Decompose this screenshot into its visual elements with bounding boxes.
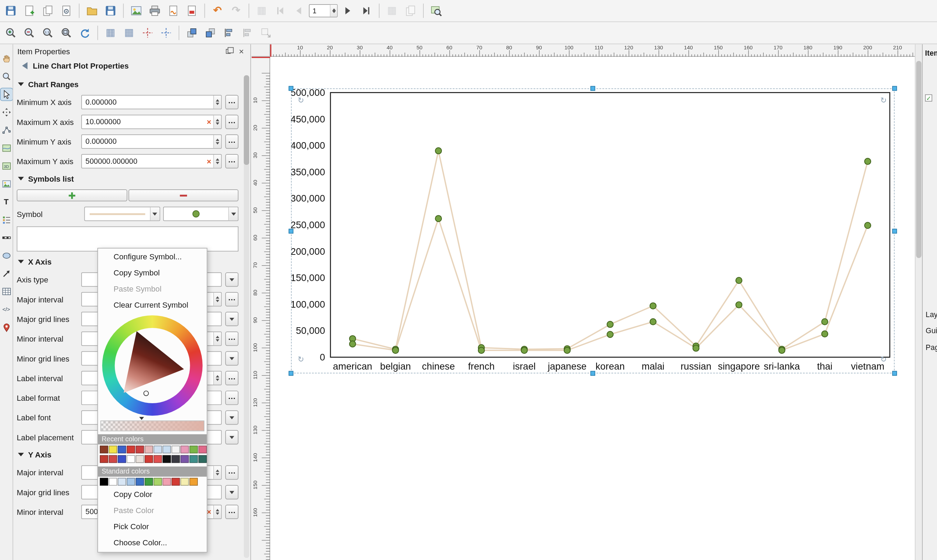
show-guides-button[interactable] [139, 25, 156, 41]
show-grid-button[interactable]: ▦ [102, 25, 119, 41]
symbol-color-dropdown[interactable] [85, 206, 160, 221]
color-swatch[interactable] [118, 446, 126, 453]
minimum-x-axis-override-button[interactable] [225, 95, 239, 109]
minor-interval-override-button[interactable] [225, 331, 239, 346]
minimum-y-axis-input[interactable]: 0.000000 [81, 134, 222, 149]
spin-steppers[interactable] [213, 466, 221, 479]
color-shade-slider[interactable] [100, 420, 205, 431]
dock-tab-layout[interactable]: Layout [926, 311, 937, 319]
selection-handle[interactable] [892, 229, 897, 234]
color-swatch[interactable] [136, 478, 144, 485]
selection-handle[interactable] [590, 371, 595, 376]
zoom-actual-button[interactable]: 1:1 [40, 25, 56, 41]
label-font-dropdown-button[interactable] [225, 410, 239, 425]
color-swatch[interactable] [109, 446, 117, 453]
color-selector-dot[interactable] [143, 391, 149, 396]
add-map-tool[interactable] [0, 142, 12, 154]
color-swatch[interactable] [145, 455, 153, 463]
color-swatch[interactable] [127, 446, 135, 453]
minimum-x-axis-input[interactable]: 0.000000 [81, 95, 222, 109]
page-number-input[interactable]: 1 [309, 4, 338, 17]
spin-steppers[interactable] [213, 372, 221, 385]
maximum-y-axis-input[interactable]: 500000.000000 [81, 154, 222, 168]
add-picture-tool[interactable] [0, 178, 12, 190]
color-swatch[interactable] [199, 446, 207, 453]
color-swatch[interactable] [109, 478, 117, 485]
axis-type-dropdown-button[interactable] [225, 272, 239, 287]
menu-item-clear-current-symbol[interactable]: Clear Current Symbol [98, 297, 207, 313]
spin-steppers[interactable] [213, 135, 221, 148]
add-arrow-tool[interactable] [0, 268, 12, 280]
symbols-list-group-header[interactable]: Symbols list [18, 174, 239, 183]
add-symbol-button[interactable] [17, 189, 127, 201]
color-swatch[interactable] [127, 478, 135, 485]
color-swatch[interactable] [118, 455, 126, 463]
float-panel-icon[interactable] [223, 46, 233, 56]
color-swatch[interactable] [118, 478, 126, 485]
duplicate-layout-button[interactable] [40, 2, 56, 19]
back-button[interactable] [18, 61, 27, 70]
minor-interval-override-button[interactable] [225, 505, 239, 519]
layout-manager-button[interactable] [58, 2, 75, 19]
selection-handle[interactable] [892, 86, 897, 91]
color-swatch[interactable] [180, 478, 189, 485]
color-swatch[interactable] [180, 455, 189, 463]
add-legend-tool[interactable] [0, 214, 12, 226]
minor-grid-lines-dropdown-button[interactable] [225, 351, 239, 365]
move-content-tool[interactable] [0, 106, 12, 118]
color-swatch[interactable] [171, 455, 180, 463]
color-swatch[interactable] [127, 455, 135, 463]
close-panel-icon[interactable] [237, 46, 246, 56]
snap-grid-button[interactable]: ▦ [121, 25, 138, 41]
item-visibility-checkbox[interactable] [925, 94, 932, 102]
color-swatch[interactable] [162, 446, 171, 453]
spin-steppers[interactable] [213, 155, 221, 168]
maximum-y-axis-override-button[interactable] [225, 154, 239, 168]
maximum-x-axis-input[interactable]: 10.000000 [81, 115, 222, 129]
selection-handle[interactable] [288, 86, 293, 91]
panel-scrollbar[interactable] [244, 75, 249, 558]
symbol-marker-dropdown[interactable] [163, 206, 239, 221]
major-interval-override-button[interactable] [225, 465, 239, 480]
spin-steppers[interactable] [213, 115, 221, 128]
undo-button[interactable]: ↶ [209, 2, 226, 19]
lower-items-button[interactable] [202, 25, 219, 41]
edit-nodes-tool[interactable] [0, 124, 12, 136]
add-table-tool[interactable] [0, 286, 12, 297]
spin-steppers[interactable] [330, 5, 337, 17]
color-swatch[interactable] [171, 478, 180, 485]
menu-item-choose-color[interactable]: Choose Color... [98, 534, 207, 551]
ruler-left[interactable]: 102030405060708090100110120130140150160 [251, 57, 270, 560]
color-swatch[interactable] [100, 446, 108, 453]
ruler-top[interactable]: 1020304050607080901001101201301401501601… [270, 44, 915, 57]
export-svg-button[interactable] [165, 2, 182, 19]
smart-guides-button[interactable] [158, 25, 175, 41]
pan-tool[interactable] [0, 52, 12, 65]
color-swatch[interactable] [136, 455, 144, 463]
save-project-button[interactable] [2, 2, 19, 19]
color-swatch[interactable] [190, 478, 198, 485]
color-swatch[interactable] [145, 446, 153, 453]
select-tool[interactable] [0, 89, 12, 100]
label-placement-dropdown-button[interactable] [225, 430, 239, 445]
color-swatch[interactable] [154, 446, 162, 453]
color-swatch[interactable] [190, 455, 198, 463]
color-swatch[interactable] [100, 455, 108, 463]
maximum-x-axis-override-button[interactable] [225, 115, 239, 129]
color-swatch[interactable] [100, 478, 108, 485]
label-interval-override-button[interactable] [225, 371, 239, 385]
add-html-tool[interactable]: </> [0, 303, 12, 315]
add-3d-map-tool[interactable]: 3D [0, 160, 12, 172]
color-swatch[interactable] [154, 455, 162, 463]
add-shape-tool[interactable] [0, 249, 12, 262]
canvas-vertical-scrollbar[interactable] [915, 44, 922, 560]
selection-handle[interactable] [288, 229, 293, 234]
color-swatch[interactable] [171, 446, 180, 453]
dock-tab-guides[interactable]: Guides [926, 327, 937, 335]
selection-handle[interactable] [590, 86, 595, 91]
new-layout-button[interactable] [21, 2, 38, 19]
major-interval-override-button[interactable] [225, 292, 239, 306]
menu-item-configure-symbol[interactable]: Configure Symbol... [98, 249, 207, 265]
last-feature-button[interactable] [358, 2, 374, 19]
menu-item-copy-color[interactable]: Copy Color [98, 486, 207, 502]
